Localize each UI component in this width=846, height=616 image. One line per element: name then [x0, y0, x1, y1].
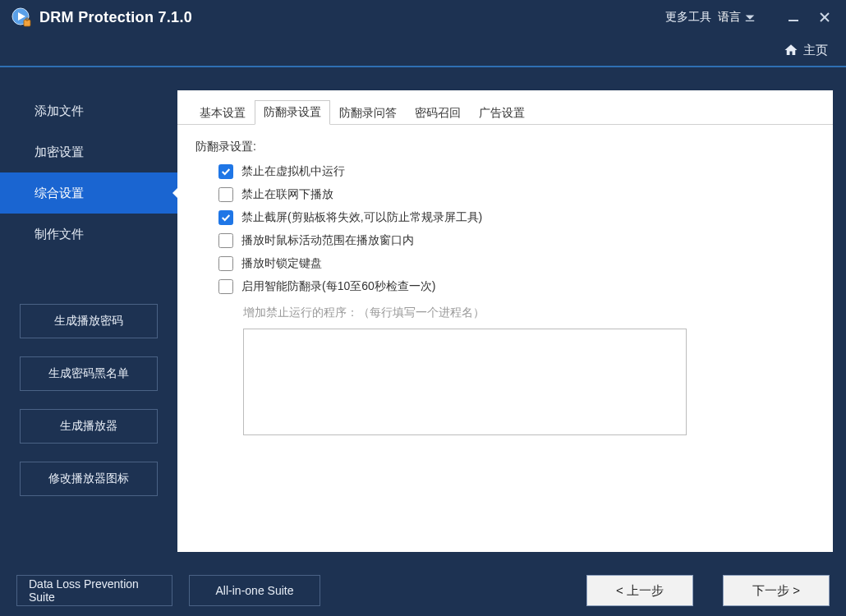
checkbox-row-mouse-in-window: 播放时鼠标活动范围在播放窗口内: [218, 233, 815, 248]
home-icon: [784, 43, 798, 57]
home-bar: 主页: [0, 34, 846, 67]
checkbox-label: 播放时锁定键盘: [241, 256, 322, 271]
main-area: 添加文件 加密设置 综合设置 制作文件 生成播放密码 生成密码黑名单 生成播放器…: [0, 67, 846, 565]
footer: Data Loss Prevention Suite All-in-one Su…: [0, 565, 846, 616]
checkbox-lock-keyboard[interactable]: [218, 256, 233, 271]
language-label: 语言: [718, 10, 741, 25]
checkbox-row-smart-anti-record: 启用智能防翻录(每10至60秒检查一次): [218, 279, 815, 294]
checkbox-no-vm[interactable]: [218, 164, 233, 179]
tab-ad-settings[interactable]: 广告设置: [470, 101, 534, 125]
home-label: 主页: [803, 43, 828, 58]
next-step-button[interactable]: 下一步 >: [723, 575, 830, 606]
checkbox-no-network[interactable]: [218, 187, 233, 202]
sidebar-item-label: 添加文件: [34, 103, 84, 119]
sidebar-item-general-settings[interactable]: 综合设置: [0, 172, 177, 214]
svg-marker-4: [746, 15, 755, 19]
generate-player-button[interactable]: 生成播放器: [20, 409, 158, 444]
blocked-processes-hint: 增加禁止运行的程序：（每行填写一个进程名）: [195, 306, 815, 320]
home-link[interactable]: 主页: [784, 43, 828, 58]
generate-play-password-button[interactable]: 生成播放密码: [20, 304, 158, 338]
generate-password-blacklist-button[interactable]: 生成密码黑名单: [20, 356, 158, 391]
checkbox-label: 禁止在虚拟机中运行: [241, 164, 345, 179]
tab-anti-record-qa[interactable]: 防翻录问答: [330, 101, 406, 125]
checkbox-row-lock-keyboard: 播放时锁定键盘: [218, 256, 815, 271]
checkbox-smart-anti-record[interactable]: [218, 279, 233, 294]
all-in-one-suite-button[interactable]: All-in-one Suite: [189, 575, 320, 606]
app-title: DRM Protection 7.1.0: [39, 9, 192, 26]
tab-basic-settings[interactable]: 基本设置: [191, 101, 255, 125]
checkbox-row-no-network: 禁止在联网下播放: [218, 187, 815, 202]
sidebar-item-label: 制作文件: [34, 227, 84, 242]
sidebar-item-add-file[interactable]: 添加文件: [0, 90, 177, 131]
titlebar: DRM Protection 7.1.0 更多工具 语言: [0, 0, 846, 34]
checkbox-label: 禁止截屏(剪贴板将失效,可以防止常规录屏工具): [241, 210, 482, 225]
checkbox-row-no-screenshot: 禁止截屏(剪贴板将失效,可以防止常规录屏工具): [218, 210, 815, 225]
sidebar-item-make-file[interactable]: 制作文件: [0, 214, 177, 255]
tab-password-recall[interactable]: 密码召回: [406, 101, 470, 125]
checkbox-row-no-vm: 禁止在虚拟机中运行: [218, 164, 815, 179]
checkbox-label: 播放时鼠标活动范围在播放窗口内: [241, 233, 414, 248]
sidebar-item-label: 加密设置: [34, 145, 84, 160]
more-tools-link[interactable]: 更多工具: [665, 10, 711, 25]
content-panel: 基本设置 防翻录设置 防翻录问答 密码召回 广告设置 防翻录设置: 禁止在虚拟机…: [177, 90, 833, 552]
checkbox-list: 禁止在虚拟机中运行 禁止在联网下播放 禁止截屏(剪贴板将失效,可以防止常规录屏工…: [195, 164, 815, 294]
section-title: 防翻录设置:: [195, 140, 815, 154]
minimize-button[interactable]: [784, 7, 803, 27]
app-logo-icon: [11, 7, 31, 27]
sidebar-buttons: 生成播放密码 生成密码黑名单 生成播放器 修改播放器图标: [0, 304, 177, 496]
sidebar: 添加文件 加密设置 综合设置 制作文件 生成播放密码 生成密码黑名单 生成播放器…: [0, 90, 177, 552]
tabs-row: 基本设置 防翻录设置 防翻录问答 密码召回 广告设置: [177, 90, 833, 125]
modify-player-icon-button[interactable]: 修改播放器图标: [20, 462, 158, 496]
checkbox-mouse-in-window[interactable]: [218, 233, 233, 248]
dlp-suite-button[interactable]: Data Loss Prevention Suite: [16, 575, 172, 606]
sidebar-item-encrypt-settings[interactable]: 加密设置: [0, 131, 177, 172]
chevron-down-icon: [744, 11, 756, 23]
blocked-processes-textarea[interactable]: [243, 329, 687, 435]
tab-anti-record-settings[interactable]: 防翻录设置: [255, 100, 330, 125]
language-dropdown[interactable]: 语言: [718, 10, 756, 25]
checkbox-label: 禁止在联网下播放: [241, 187, 333, 202]
checkbox-no-screenshot[interactable]: [218, 210, 233, 225]
tab-body: 防翻录设置: 禁止在虚拟机中运行 禁止在联网下播放 禁止截屏(剪贴板将失效,可以…: [177, 125, 833, 453]
prev-step-button[interactable]: < 上一步: [586, 575, 693, 606]
checkbox-label: 启用智能防翻录(每10至60秒检查一次): [241, 279, 435, 294]
close-button[interactable]: [815, 7, 835, 27]
sidebar-item-label: 综合设置: [34, 186, 84, 201]
